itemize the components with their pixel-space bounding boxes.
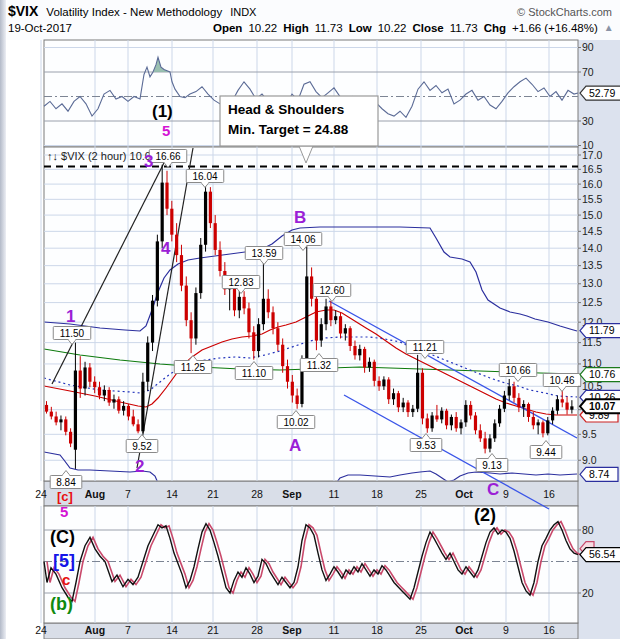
- svg-text:12.60: 12.60: [319, 285, 344, 296]
- svg-text:9.13: 9.13: [482, 460, 502, 471]
- hs-line1: Head & Shoulders: [228, 102, 344, 117]
- y-tick-label: 15.0: [582, 209, 603, 221]
- y-tick-label: 20: [582, 587, 594, 599]
- svg-text:9.52: 9.52: [132, 441, 152, 452]
- x-tick-label: 28: [251, 488, 263, 500]
- y-tick-label: 12.5: [582, 296, 603, 308]
- svg-text:14.06: 14.06: [290, 234, 315, 245]
- svg-text:10.66: 10.66: [505, 365, 530, 376]
- wave-label: (2): [474, 505, 496, 525]
- svg-text:10.46: 10.46: [549, 375, 574, 386]
- svg-text:16.66: 16.66: [155, 151, 180, 162]
- x-tick-label: 16: [543, 624, 555, 636]
- wave-label: c: [62, 571, 70, 588]
- wave-label: (C): [50, 527, 75, 547]
- wave-label: C: [487, 480, 499, 499]
- x-tick-label: 18: [371, 624, 383, 636]
- chart-canvas[interactable]: (1)5↑↓ $VIX (2 hour) 10.0716.6616.0414.0…: [0, 0, 620, 639]
- x-tick-label: 24: [35, 488, 47, 500]
- x-tick-label: Sep: [282, 624, 301, 636]
- svg-text:10.07: 10.07: [589, 400, 615, 412]
- wave-label: 4: [161, 239, 171, 258]
- wave-label: (b): [50, 594, 73, 614]
- wave-label: (1): [152, 102, 173, 121]
- x-tick-label: 14: [166, 624, 178, 636]
- x-tick-label: Oct: [455, 624, 473, 636]
- x-tick-label: 9: [503, 488, 509, 500]
- x-tick-label: 25: [415, 488, 427, 500]
- x-tick-label: 7: [125, 624, 131, 636]
- y-tick-label: 17.0: [582, 149, 603, 161]
- svg-text:56.54: 56.54: [589, 548, 615, 560]
- svg-text:11.50: 11.50: [60, 328, 85, 339]
- y-tick-label: 14.0: [582, 242, 603, 254]
- y-tick-label: 14.5: [582, 225, 603, 237]
- x-tick-label: Oct: [455, 488, 473, 500]
- x-tick-label: Aug: [85, 488, 105, 500]
- x-tick-label: 11: [329, 624, 340, 636]
- wave-label: 5: [60, 503, 68, 520]
- svg-text:52.79: 52.79: [589, 87, 615, 99]
- x-tick-label: 11: [329, 488, 340, 500]
- svg-text:9.44: 9.44: [536, 447, 556, 458]
- wave-label: [5]: [53, 551, 75, 571]
- svg-text:9.53: 9.53: [416, 440, 436, 451]
- x-tick-label: 21: [207, 488, 219, 500]
- x-tick-label: 14: [166, 488, 178, 500]
- y-tick-label: 13.0: [582, 277, 603, 289]
- svg-text:10.76: 10.76: [589, 368, 615, 380]
- x-tick-label: 16: [543, 488, 555, 500]
- svg-text:11.21: 11.21: [413, 342, 438, 353]
- svg-text:11.79: 11.79: [589, 324, 615, 336]
- wave-label: A: [289, 436, 301, 455]
- wave-label: 3: [144, 152, 153, 171]
- y-tick-label: 90: [582, 41, 594, 53]
- y-tick-label: 16.5: [582, 163, 603, 175]
- hs-line2: Min. Target = 24.88: [228, 122, 349, 137]
- x-tick-label: Sep: [282, 488, 301, 500]
- svg-text:12.83: 12.83: [228, 277, 253, 288]
- svg-text:16.04: 16.04: [192, 171, 217, 182]
- y-tick-label: 70: [582, 66, 594, 78]
- x-tick-label: 25: [415, 624, 427, 636]
- wave-label: B: [294, 208, 306, 227]
- x-tick-label: 7: [125, 488, 131, 500]
- svg-text:8.84: 8.84: [56, 477, 76, 488]
- svg-text:8.74: 8.74: [589, 468, 610, 480]
- svg-text:11.25: 11.25: [181, 362, 206, 373]
- wave-label: [c]: [57, 489, 73, 504]
- x-tick-label: 24: [35, 624, 47, 636]
- y-tick-label: 16.0: [582, 178, 603, 190]
- x-tick-label: 9: [503, 624, 509, 636]
- svg-text:11.10: 11.10: [242, 368, 267, 379]
- y-tick-label: 9.0: [582, 454, 597, 466]
- wave-label: 1: [66, 307, 75, 326]
- x-tick-label: Aug: [85, 624, 105, 636]
- x-tick-label: 18: [371, 488, 383, 500]
- svg-text:13.59: 13.59: [251, 248, 276, 259]
- wave-label: 2: [135, 457, 144, 476]
- stockcharts-page: $VIX Volatility Index - New Methodology …: [0, 0, 620, 639]
- y-tick-label: 9.5: [582, 428, 597, 440]
- y-tick-label: 80: [582, 524, 594, 536]
- svg-text:11.32: 11.32: [307, 360, 332, 371]
- svg-text:10.02: 10.02: [283, 417, 308, 428]
- x-tick-label: 21: [207, 624, 219, 636]
- y-tick-label: 13.5: [582, 259, 603, 271]
- y-tick-label: 30: [582, 115, 594, 127]
- y-tick-label: 15.5: [582, 193, 603, 205]
- indicator-panel[interactable]: [44, 506, 578, 623]
- wave-label: 5: [162, 122, 170, 139]
- x-tick-label: 28: [251, 624, 263, 636]
- chart-title: ↑↓ $VIX (2 hour) 10.07: [47, 150, 157, 162]
